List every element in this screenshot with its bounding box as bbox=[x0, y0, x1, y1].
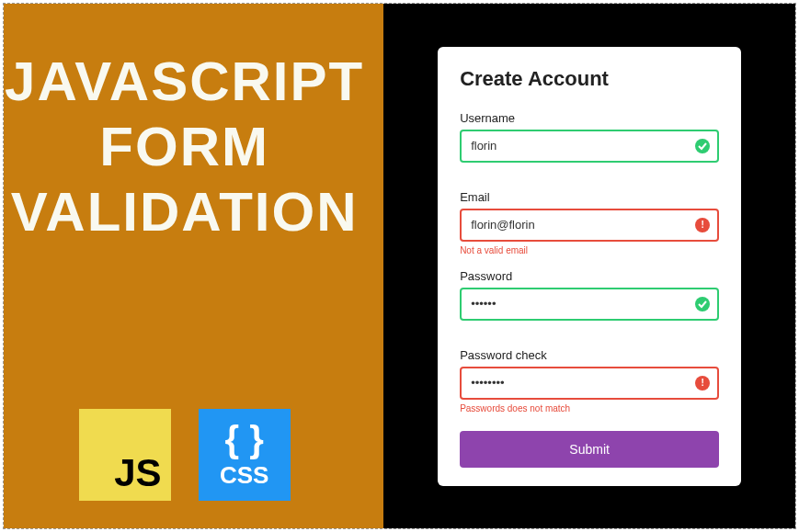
field-password: Password bbox=[460, 269, 719, 335]
exclamation-circle-icon: ! bbox=[695, 218, 710, 232]
css-logo-text: CSS bbox=[220, 461, 268, 490]
css-logo-braces: { } bbox=[225, 421, 264, 458]
exclamation-circle-icon: ! bbox=[695, 376, 710, 391]
input-wrap-email: ! bbox=[460, 209, 719, 242]
error-password bbox=[460, 324, 719, 335]
input-wrap-password-check: ! bbox=[460, 367, 719, 400]
check-circle-icon bbox=[695, 139, 710, 153]
username-input[interactable] bbox=[460, 130, 719, 163]
form-card: Create Account Username Email ! Not a va… bbox=[438, 47, 741, 486]
field-username: Username bbox=[460, 111, 719, 177]
label-username: Username bbox=[460, 111, 719, 125]
logo-row: JS { } CSS bbox=[79, 409, 291, 501]
input-wrap-password bbox=[460, 288, 719, 321]
js-logo-text: JS bbox=[114, 451, 161, 495]
form-title: Create Account bbox=[460, 67, 719, 91]
error-email: Not a valid email bbox=[460, 245, 719, 256]
thumbnail-frame: JAVASCRIPT FORM VALIDATION JS { } CSS Cr… bbox=[3, 3, 796, 529]
input-wrap-username bbox=[460, 130, 719, 163]
field-password-check: Password check ! Passwords does not matc… bbox=[460, 348, 719, 414]
submit-button[interactable]: Submit bbox=[460, 431, 719, 468]
field-email: Email ! Not a valid email bbox=[460, 190, 719, 256]
right-panel: Create Account Username Email ! Not a va… bbox=[383, 4, 795, 528]
css-logo-icon: { } CSS bbox=[199, 409, 291, 501]
js-logo-icon: JS bbox=[79, 409, 171, 501]
label-email: Email bbox=[460, 190, 719, 204]
error-password-check: Passwords does not match bbox=[460, 403, 719, 414]
password-input[interactable] bbox=[460, 288, 719, 321]
title-line-2: FORM bbox=[5, 115, 364, 180]
label-password-check: Password check bbox=[460, 348, 719, 362]
title-line-1: JAVASCRIPT bbox=[5, 50, 364, 115]
label-password: Password bbox=[460, 269, 719, 283]
check-circle-icon bbox=[695, 297, 710, 311]
title-line-3: VALIDATION bbox=[5, 180, 364, 245]
error-username bbox=[460, 166, 719, 177]
email-input[interactable] bbox=[460, 209, 719, 242]
left-panel: JAVASCRIPT FORM VALIDATION JS { } CSS bbox=[4, 4, 383, 528]
title-block: JAVASCRIPT FORM VALIDATION bbox=[5, 50, 364, 244]
password-check-input[interactable] bbox=[460, 367, 719, 400]
